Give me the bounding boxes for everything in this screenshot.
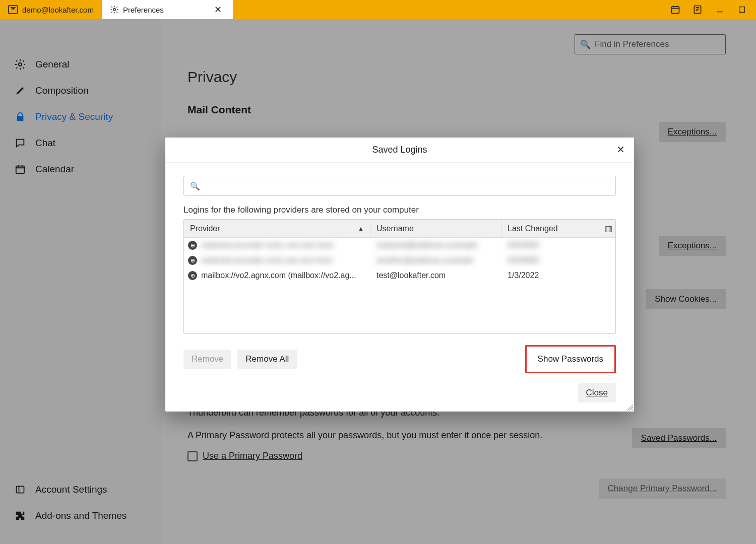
remove-button[interactable]: Remove bbox=[183, 350, 231, 369]
tab-mail-label: demo@lookafter.com bbox=[22, 6, 94, 14]
close-tab-icon[interactable]: ✕ bbox=[211, 4, 225, 15]
logins-table: Provider ▲ Username Last Changed ▥ ⊕reda… bbox=[183, 219, 616, 334]
close-dialog-button[interactable]: Close bbox=[578, 383, 616, 402]
globe-icon: ⊕ bbox=[188, 256, 197, 265]
mail-icon bbox=[8, 5, 18, 14]
svg-point-0 bbox=[113, 9, 116, 11]
logins-search-input[interactable]: 🔍 bbox=[183, 176, 616, 196]
table-row[interactable]: ⊕redacted provider entry one text herere… bbox=[184, 238, 615, 253]
minimize-icon[interactable] bbox=[715, 5, 725, 15]
resize-grip-icon[interactable] bbox=[626, 403, 633, 411]
col-username[interactable]: Username bbox=[370, 220, 501, 237]
calendar-header-icon[interactable] bbox=[670, 5, 680, 15]
column-picker-icon[interactable]: ▥ bbox=[601, 220, 615, 237]
search-icon: 🔍 bbox=[190, 181, 200, 191]
col-provider[interactable]: Provider ▲ bbox=[184, 220, 370, 237]
table-row[interactable]: ⊕mailbox://vo2.agnx.com (mailbox://vo2.a… bbox=[184, 268, 615, 283]
saved-logins-dialog: Saved Logins ✕ 🔍 Logins for the followin… bbox=[165, 138, 634, 412]
window-controls bbox=[661, 0, 756, 19]
table-header: Provider ▲ Username Last Changed ▥ bbox=[184, 220, 615, 238]
titlebar: demo@lookafter.com Preferences ✕ bbox=[0, 0, 756, 19]
tab-preferences[interactable]: Preferences ✕ bbox=[102, 0, 233, 19]
stored-logins-text: Logins for the following providers are s… bbox=[183, 205, 616, 215]
show-passwords-highlight: Show Passwords bbox=[525, 345, 616, 373]
tab-mail-account[interactable]: demo@lookafter.com bbox=[0, 0, 102, 19]
show-passwords-button[interactable]: Show Passwords bbox=[530, 350, 611, 369]
contacts-header-icon[interactable] bbox=[692, 5, 703, 15]
tab-prefs-label: Preferences bbox=[123, 6, 207, 14]
svg-rect-3 bbox=[739, 7, 745, 13]
sort-asc-icon: ▲ bbox=[358, 225, 364, 232]
maximize-icon[interactable] bbox=[737, 5, 747, 15]
remove-all-button[interactable]: Remove All bbox=[237, 350, 297, 369]
dialog-title: Saved Logins ✕ bbox=[165, 138, 634, 163]
gear-icon bbox=[110, 5, 119, 14]
app-body: General Composition Privacy & Security C… bbox=[0, 19, 756, 544]
table-row[interactable]: ⊕redacted provider entry two text herean… bbox=[184, 253, 615, 268]
dialog-close-icon[interactable]: ✕ bbox=[616, 144, 625, 156]
svg-rect-1 bbox=[672, 7, 679, 13]
col-last-changed[interactable]: Last Changed bbox=[501, 220, 601, 237]
globe-icon: ⊕ bbox=[188, 241, 197, 250]
globe-icon: ⊕ bbox=[188, 271, 197, 280]
